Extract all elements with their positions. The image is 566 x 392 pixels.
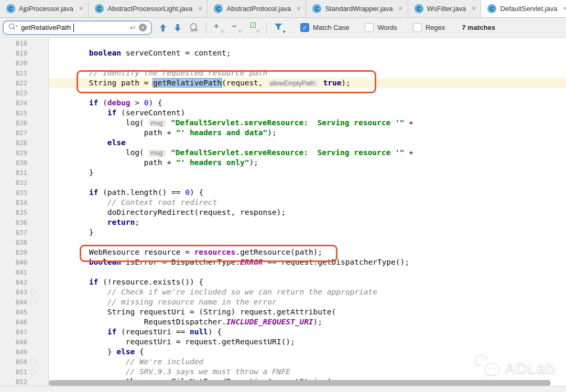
tab-StandardWrapper.java[interactable]: CStandardWrapper.java✕ <box>306 0 408 17</box>
svg-text:ALL: ALL <box>191 29 197 32</box>
line-number: 820 <box>0 58 48 68</box>
line-number: 828 <box>0 138 48 148</box>
search-input[interactable]: getRelativePath ↵ ✕ <box>3 20 152 35</box>
words-option[interactable]: Words <box>365 23 397 32</box>
code-line-844[interactable]: // missing resource name in the error <box>49 297 566 307</box>
code-line-847[interactable]: if (requestUri == null) { <box>49 327 566 337</box>
code-line-827[interactable]: path + "' headers and data"); <box>49 128 566 138</box>
code-line-828[interactable]: else <box>49 138 566 148</box>
tab-close-icon[interactable]: ✕ <box>198 5 202 12</box>
line-number: 839 <box>0 247 48 257</box>
line-number: 851– <box>0 367 48 377</box>
text-caret <box>73 24 74 32</box>
tab-close-icon[interactable]: ✕ <box>79 5 83 12</box>
code-line-830[interactable]: path + "' headers only"); <box>49 158 566 168</box>
tab-AbstractProcessorLight.java[interactable]: CAbstractProcessorLight.java✕ <box>89 0 208 17</box>
regex-checkbox[interactable] <box>413 23 422 32</box>
line-number: 835 <box>0 208 48 217</box>
line-number: 823 <box>0 88 48 98</box>
find-bar: getRelativePath ↵ ✕ ALL + II − II <box>0 18 566 38</box>
tab-label: AbstractProcessorLight.java <box>107 5 192 13</box>
fold-marker-icon[interactable]: – <box>30 369 36 374</box>
next-occurrence-button[interactable] <box>174 24 181 32</box>
line-number: 837 <box>0 227 48 237</box>
match-case-option[interactable]: ✓ Match Case <box>300 23 349 32</box>
line-number: 840 <box>0 257 48 267</box>
line-number: 847 <box>0 327 48 337</box>
toolbar-separator <box>206 22 206 34</box>
line-number: 838 <box>0 237 48 247</box>
tab-label: AjpProcessor.java <box>19 5 73 13</box>
words-label: Words <box>377 24 397 31</box>
code-line-821[interactable]: // Identify the requested resource path <box>49 68 566 78</box>
enter-icon: ↵ <box>129 23 136 32</box>
code-line-825[interactable]: if (serveContent) <box>49 108 566 118</box>
code-line-848[interactable]: requestUri = request.getRequestURI(); <box>49 337 566 347</box>
code-line-838[interactable] <box>49 237 566 247</box>
code-line-822[interactable]: String path = getRelativePath(request, a… <box>49 78 566 88</box>
tab-close-icon[interactable]: ✕ <box>296 5 301 12</box>
line-number: 850– <box>0 357 48 367</box>
tab-AbstractProtocol.java[interactable]: CAbstractProtocol.java✕ <box>208 0 306 17</box>
add-selection-button[interactable]: + II <box>214 23 224 33</box>
match-case-checkbox[interactable]: ✓ <box>300 23 309 32</box>
code-line-837[interactable]: } <box>49 227 566 237</box>
code-line-832[interactable] <box>49 178 566 188</box>
tab-DefaultServlet.java[interactable]: CDefaultServlet.java✕ <box>481 0 566 17</box>
selected-match: getRelativePath <box>153 79 222 87</box>
words-checkbox[interactable] <box>365 23 374 32</box>
line-number: 848 <box>0 337 48 347</box>
code-line-829[interactable]: log( msg: "DefaultServlet.serveResource:… <box>49 148 566 158</box>
line-number: 822 <box>0 78 48 88</box>
fold-marker-icon[interactable]: – <box>30 300 36 304</box>
code-editor[interactable]: 8188198208218228238248258268278288298308… <box>0 38 566 386</box>
code-line-836[interactable]: return; <box>49 217 566 227</box>
class-file-icon: C <box>214 4 223 13</box>
code-line-820[interactable] <box>49 58 566 68</box>
code-line-840[interactable]: boolean isError = DispatcherType.ERROR =… <box>49 257 566 267</box>
clear-search-icon[interactable]: ✕ <box>139 24 147 31</box>
watermark: ADLab <box>474 354 556 382</box>
code-line-841[interactable] <box>49 267 566 277</box>
code-line-824[interactable]: if (debug > 0) { <box>49 98 566 108</box>
select-all-occurrences-button[interactable]: ✓ II <box>249 23 260 33</box>
parameter-hint: msg: <box>148 119 166 127</box>
line-number: 849 <box>0 347 48 357</box>
search-query-text[interactable]: getRelativePath <box>21 24 71 31</box>
remove-selection-button[interactable]: − II <box>232 23 242 33</box>
tab-AjpProcessor.java[interactable]: CAjpProcessor.java✕ <box>0 0 89 17</box>
code-line-845[interactable]: String requestUri = (String) request.get… <box>49 307 566 317</box>
code-line-819[interactable]: boolean serveContent = content; <box>49 48 566 58</box>
find-all-button[interactable]: ALL <box>189 23 200 33</box>
tab-WsFilter.java[interactable]: CWsFilter.java✕ <box>408 0 482 17</box>
regex-option[interactable]: Regex <box>413 23 445 32</box>
code-line-823[interactable] <box>49 88 566 98</box>
code-line-843[interactable]: // Check if we're included so we can ret… <box>49 287 566 297</box>
class-file-icon: C <box>95 4 104 13</box>
fold-marker-icon[interactable]: – <box>30 360 36 364</box>
class-file-icon: C <box>6 4 15 13</box>
line-number: 821 <box>0 68 48 78</box>
filter-button[interactable]: ▾ <box>274 23 285 33</box>
code-line-842[interactable]: if (!resource.exists()) { <box>49 277 566 287</box>
code-line-833[interactable]: if (path.length() == 0) { <box>49 188 566 198</box>
search-icon[interactable] <box>8 23 18 32</box>
line-number: 819 <box>0 48 48 58</box>
line-number: 826 <box>0 118 48 128</box>
tab-close-icon[interactable]: ✕ <box>471 5 476 12</box>
code-area[interactable]: boolean serveContent = content; // Ident… <box>49 38 566 386</box>
line-number: 842 <box>0 277 48 287</box>
code-line-839[interactable]: WebResource resource = resources.getReso… <box>49 247 566 257</box>
fold-marker-icon[interactable]: – <box>30 290 36 295</box>
code-line-835[interactable]: doDirectoryRedirect(request, response); <box>49 208 566 217</box>
code-line-831[interactable]: } <box>49 168 566 178</box>
previous-occurrence-button[interactable] <box>159 24 167 32</box>
code-line-834[interactable]: // Context root redirect <box>49 198 566 208</box>
code-line-846[interactable]: RequestDispatcher.INCLUDE_REQUEST_URI); <box>49 317 566 327</box>
class-file-icon: C <box>487 4 496 13</box>
code-line-818[interactable] <box>49 38 566 48</box>
tab-close-icon[interactable]: ✕ <box>563 5 566 12</box>
code-line-826[interactable]: log( msg: "DefaultServlet.serveResource:… <box>49 118 566 128</box>
line-number: 829 <box>0 148 48 158</box>
tab-close-icon[interactable]: ✕ <box>398 5 403 12</box>
